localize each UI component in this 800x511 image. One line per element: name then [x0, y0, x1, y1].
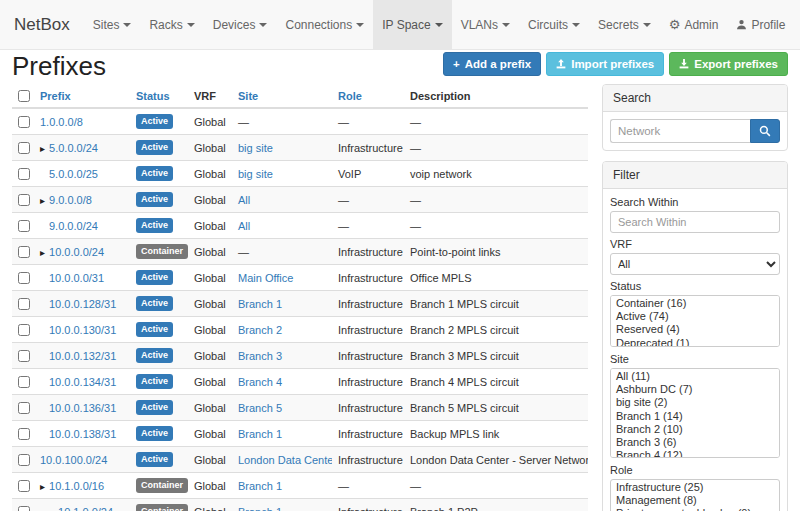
site-link[interactable]: big site	[238, 168, 273, 180]
prefix-link[interactable]: 5.0.0.0/24	[49, 142, 98, 154]
nav-item-profile[interactable]: Profile	[727, 0, 794, 49]
nav-item-racks[interactable]: Racks	[140, 0, 203, 49]
row-checkbox[interactable]	[18, 324, 30, 336]
site-filter-select[interactable]: All (11)Ashburn DC (7)big site (2)Branch…	[610, 368, 780, 458]
filter-option[interactable]: All (11)	[612, 370, 778, 383]
search-within-input[interactable]	[610, 211, 780, 233]
search-button[interactable]	[750, 119, 780, 143]
add-a-prefix-button[interactable]: +Add a prefix	[443, 52, 541, 76]
prefix-link[interactable]: 9.0.0.0/8	[49, 194, 92, 206]
vrf-cell: Global	[188, 421, 232, 447]
filter-option[interactable]: Private unrouteable vlan (0)	[612, 507, 778, 511]
status-cell: Container	[130, 239, 188, 265]
table-row: 5.0.0.0/25ActiveGlobalbig siteVoIPvoip n…	[12, 161, 588, 187]
vrf-select[interactable]: All	[610, 253, 780, 275]
filter-option[interactable]: Active (74)	[612, 310, 778, 323]
row-checkbox[interactable]	[18, 350, 30, 362]
row-checkbox[interactable]	[18, 246, 30, 258]
row-checkbox[interactable]	[18, 428, 30, 440]
status-badge: Active	[136, 296, 173, 311]
vrf-cell: Global	[188, 161, 232, 187]
prefix-cell: 10.0.0.136/31	[34, 395, 130, 421]
nav-item-vlans[interactable]: VLANs	[452, 0, 519, 49]
site-link[interactable]: Main Office	[238, 272, 293, 284]
site-link[interactable]: All	[238, 194, 250, 206]
row-checkbox[interactable]	[18, 506, 30, 511]
filter-option[interactable]: big site (2)	[612, 396, 778, 409]
status-badge: Active	[136, 192, 173, 207]
prefix-link[interactable]: 10.0.0.134/31	[49, 376, 116, 388]
column-header-site[interactable]: Site	[232, 84, 332, 108]
filter-option[interactable]: Container (16)	[612, 297, 778, 310]
column-header-status[interactable]: Status	[130, 84, 188, 108]
site-link[interactable]: Branch 5	[238, 402, 282, 414]
filter-option[interactable]: Branch 1 (14)	[612, 410, 778, 423]
prefix-link[interactable]: 10.0.0.0/31	[49, 272, 104, 284]
filter-option[interactable]: Deprecated (1)	[612, 337, 778, 347]
prefix-link[interactable]: 10.0.0.128/31	[49, 298, 116, 310]
site-cell: Branch 1	[232, 291, 332, 317]
row-checkbox[interactable]	[18, 142, 30, 154]
row-checkbox[interactable]	[18, 454, 30, 466]
site-link[interactable]: Branch 1	[238, 298, 282, 310]
site-link[interactable]: London Data Center	[238, 454, 332, 466]
status-badge: Active	[136, 348, 173, 363]
prefix-link[interactable]: 9.0.0.0/24	[49, 220, 98, 232]
row-checkbox[interactable]	[18, 376, 30, 388]
prefix-link[interactable]: 1.0.0.0/8	[40, 116, 83, 128]
row-checkbox[interactable]	[18, 194, 30, 206]
nav-item-circuits[interactable]: Circuits	[519, 0, 589, 49]
filter-option[interactable]: Branch 3 (6)	[612, 436, 778, 449]
prefix-link[interactable]: 10.1.0.0/24	[58, 506, 113, 511]
row-checkbox[interactable]	[18, 168, 30, 180]
nav-item-sites[interactable]: Sites	[84, 0, 141, 49]
role-filter-select[interactable]: Infrastructure (25)Management (8)Private…	[610, 479, 780, 511]
row-checkbox[interactable]	[18, 480, 30, 492]
site-link[interactable]: Branch 1	[238, 506, 282, 511]
prefix-link[interactable]: 10.0.0.138/31	[49, 428, 116, 440]
filter-option[interactable]: Ashburn DC (7)	[612, 383, 778, 396]
site-link[interactable]: Branch 1	[238, 480, 282, 492]
prefix-link[interactable]: 10.0.0.132/31	[49, 350, 116, 362]
filter-option[interactable]: Infrastructure (25)	[612, 481, 778, 494]
filter-option[interactable]: Reserved (4)	[612, 323, 778, 336]
nav-item-label: Profile	[751, 18, 785, 32]
nav-item-connections[interactable]: Connections	[276, 0, 373, 49]
prefix-link[interactable]: 10.0.100.0/24	[40, 454, 107, 466]
nav-item-devices[interactable]: Devices	[204, 0, 277, 49]
filter-option[interactable]: Branch 2 (10)	[612, 423, 778, 436]
site-cell: All	[232, 213, 332, 239]
status-filter-select[interactable]: Container (16)Active (74)Reserved (4)Dep…	[610, 295, 780, 347]
site-link[interactable]: All	[238, 220, 250, 232]
nav-item-admin[interactable]: ⚙Admin	[660, 0, 728, 49]
search-input[interactable]	[610, 119, 750, 143]
navbar-brand[interactable]: NetBox	[0, 0, 84, 49]
row-checkbox[interactable]	[18, 116, 30, 128]
site-link[interactable]: Branch 1	[238, 428, 282, 440]
row-checkbox[interactable]	[18, 272, 30, 284]
prefix-link[interactable]: 5.0.0.0/25	[49, 168, 98, 180]
filter-option[interactable]: Management (8)	[612, 494, 778, 507]
nav-item-ip-space[interactable]: IP Space	[373, 0, 451, 49]
role-cell: Infrastructure	[332, 447, 404, 473]
nav-item-secrets[interactable]: Secrets	[589, 0, 660, 49]
site-link[interactable]: Branch 4	[238, 376, 282, 388]
prefix-link[interactable]: 10.1.0.0/16	[49, 480, 104, 492]
row-checkbox[interactable]	[18, 220, 30, 232]
prefix-link[interactable]: 10.0.0.136/31	[49, 402, 116, 414]
site-link[interactable]: big site	[238, 142, 273, 154]
prefix-link[interactable]: 10.0.0.0/24	[49, 246, 104, 258]
column-header-prefix[interactable]: Prefix	[34, 84, 130, 108]
filter-option[interactable]: Branch 4 (12)	[612, 449, 778, 458]
site-link[interactable]: Branch 2	[238, 324, 282, 336]
export-prefixes-button[interactable]: Export prefixes	[669, 52, 788, 76]
prefix-link[interactable]: 10.0.0.130/31	[49, 324, 116, 336]
row-checkbox[interactable]	[18, 402, 30, 414]
site-cell: Branch 5	[232, 395, 332, 421]
column-header-role[interactable]: Role	[332, 84, 404, 108]
row-checkbox[interactable]	[18, 298, 30, 310]
import-prefixes-button[interactable]: Import prefixes	[546, 52, 664, 76]
site-link[interactable]: Branch 3	[238, 350, 282, 362]
select-all-checkbox[interactable]	[18, 90, 30, 102]
nav-item-log-out[interactable]: Log out	[794, 0, 800, 49]
